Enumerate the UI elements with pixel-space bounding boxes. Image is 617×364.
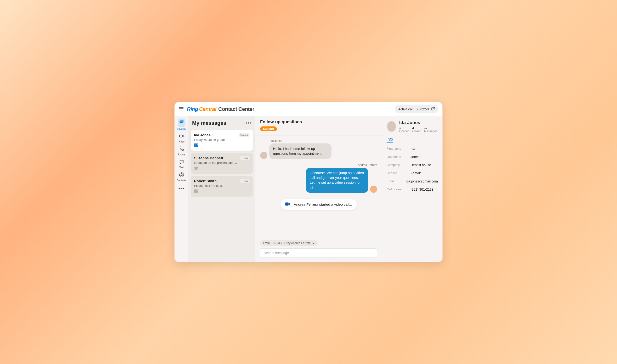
info-header: Ida Jones 1 Opened 3 Closed 19 Messages xyxy=(387,120,438,133)
info-label: Email xyxy=(387,179,406,183)
info-row: Email ida.jones@gmail.com xyxy=(387,179,438,183)
message-time: 1 min xyxy=(240,156,249,160)
stat-label: Closed xyxy=(412,130,421,133)
nav-label-message: Message xyxy=(177,127,186,130)
messages-title: My messages xyxy=(192,120,226,126)
product-name: Contact Center xyxy=(218,106,254,112)
channel-selector-label: From RC SMS EO by Andrea Ferrera xyxy=(263,241,311,245)
contacts-icon xyxy=(179,172,184,178)
nav-item-phone[interactable]: Phone xyxy=(177,146,186,156)
message-sender: Ida Jones xyxy=(194,133,210,137)
contact-name: Ida Jones xyxy=(399,120,438,125)
sender-label-outgoing: Andrea Ferrera xyxy=(260,163,377,167)
avatar xyxy=(370,186,377,193)
info-row: Company Dentist house xyxy=(387,163,438,167)
nav-rail: Message Video Phone Text xyxy=(175,116,188,262)
active-call-prefix: Active call xyxy=(398,107,413,111)
message-card[interactable]: Robert Smith 1 min Please, call me back xyxy=(191,176,253,197)
twitter-icon xyxy=(194,167,249,171)
nav-label-phone: Phone xyxy=(178,153,185,156)
channel-selector[interactable]: From RC SMS EO by Andrea Ferrera xyxy=(260,240,318,246)
topbar: RingCentral Contact Center Active call 0… xyxy=(175,102,442,116)
message-bubble-outgoing: Of course. We can jump on a video call a… xyxy=(306,168,368,193)
info-value: Dentist house xyxy=(410,163,431,167)
info-value: Ida xyxy=(410,147,415,151)
nav-label-contacts: Contacts xyxy=(177,179,186,182)
conversation-header: Follow-up questions Support xyxy=(255,116,382,134)
messages-column: My messages ••• Ida Jones 3 mins Friday … xyxy=(188,116,255,262)
nav-more-button[interactable]: ••• xyxy=(178,186,184,191)
video-icon xyxy=(179,133,184,140)
message-preview: Please, call me back xyxy=(194,184,249,187)
stat-num: 1 xyxy=(399,126,401,130)
hamburger-icon xyxy=(179,106,184,111)
popout-icon[interactable] xyxy=(431,107,435,111)
message-row-incoming: Hello, I had some follow-up questions fr… xyxy=(260,143,377,159)
messages-more-button[interactable]: ••• xyxy=(246,121,251,126)
video-event-pill[interactable]: Andrea Ferrera started a video call... xyxy=(280,199,357,210)
contact-stats: 1 Opened 3 Closed 19 Messages xyxy=(399,126,438,133)
mail-icon xyxy=(194,143,249,148)
info-value: (801) 301-2139 xyxy=(410,187,433,191)
sender-label-incoming: Ida Jones xyxy=(270,139,377,143)
info-label: Last name xyxy=(387,155,410,159)
video-camera-icon xyxy=(285,202,290,207)
nav-item-contacts[interactable]: Contacts xyxy=(177,172,186,182)
text-icon xyxy=(179,159,184,166)
video-event-text: Andrea Ferrera started a video call... xyxy=(294,202,352,207)
svg-rect-2 xyxy=(179,135,182,137)
info-row: First name Ida xyxy=(387,147,438,151)
message-card[interactable]: Ida Jones 3 mins Friday would be great! xyxy=(191,130,253,151)
info-value: Female xyxy=(410,171,422,175)
info-label: First name xyxy=(387,147,410,151)
svg-rect-1 xyxy=(180,120,184,122)
conversation-body: Ida Jones Hello, I had some follow-up qu… xyxy=(255,136,382,238)
app-window: RingCentral Contact Center Active call 0… xyxy=(174,102,443,262)
info-value: ida.jones@gmail.com xyxy=(406,179,438,183)
stat-num: 3 xyxy=(412,126,414,130)
avatar xyxy=(260,152,267,159)
info-row: Cell phone (801) 301-2139 xyxy=(387,187,438,191)
brand-logo: RingCentral Contact Center xyxy=(187,106,254,112)
phone-icon xyxy=(179,146,184,153)
svg-rect-5 xyxy=(194,143,198,147)
nav-item-text[interactable]: Text xyxy=(177,159,186,169)
active-call-duration: 00:02:50 xyxy=(416,107,429,111)
conversation-footer: From RC SMS EO by Andrea Ferrera xyxy=(255,238,382,262)
conversation-title: Follow-up questions xyxy=(260,119,377,125)
nav-item-message[interactable]: Message xyxy=(177,118,186,130)
message-preview: Great job on the presentation... xyxy=(194,161,249,165)
info-fields: First name Ida Last name Jones Company D… xyxy=(387,147,438,191)
stat-num: 19 xyxy=(424,126,427,130)
message-icon xyxy=(178,118,185,127)
nav-item-video[interactable]: Video xyxy=(177,133,186,143)
message-row-outgoing: Of course. We can jump on a video call a… xyxy=(260,168,377,193)
message-bubble-incoming: Hello, I had some follow-up questions fr… xyxy=(269,143,331,159)
message-card[interactable]: Suzanne Bennett 1 min Great job on the p… xyxy=(191,153,253,174)
tag-badge: Support xyxy=(260,126,277,131)
avatar xyxy=(387,121,396,132)
conversation-column: Follow-up questions Support Ida Jones He… xyxy=(255,116,382,262)
stat-label: Opened xyxy=(399,130,410,133)
info-value: Jones xyxy=(410,155,420,159)
nav-label-video: Video xyxy=(178,140,184,143)
active-call-pill[interactable]: Active call 00:02:50 xyxy=(395,105,438,113)
tab-info[interactable]: Info xyxy=(387,137,393,143)
message-sender: Robert Smith xyxy=(194,179,217,183)
brand-ring: Ring xyxy=(187,106,198,112)
chevron-down-icon xyxy=(312,242,315,245)
svg-rect-6 xyxy=(194,189,198,193)
message-sender: Suzanne Bennett xyxy=(194,156,223,160)
svg-point-3 xyxy=(181,173,182,175)
info-row: Gender Female xyxy=(387,171,438,175)
info-row: Last name Jones xyxy=(387,155,438,159)
stat-label: Messages xyxy=(424,130,437,133)
brand-central: Central xyxy=(199,106,216,112)
message-time: 1 min xyxy=(240,179,249,183)
message-preview: Friday would be great! xyxy=(194,138,249,142)
hamburger-menu-button[interactable] xyxy=(179,106,184,112)
mail-icon xyxy=(194,189,249,194)
info-label: Cell phone xyxy=(387,187,410,191)
info-label: Gender xyxy=(387,171,410,175)
compose-input[interactable] xyxy=(260,248,377,258)
